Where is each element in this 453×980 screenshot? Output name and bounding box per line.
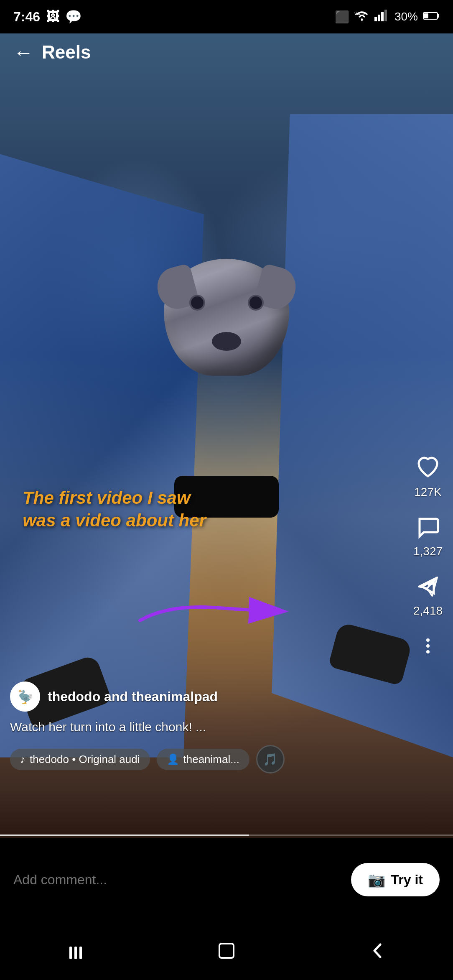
dog-nose [212, 332, 241, 351]
svg-rect-13 [79, 947, 82, 959]
svg-text:VoLTE: VoLTE [354, 12, 366, 16]
progress-fill [0, 835, 249, 836]
svg-rect-14 [219, 944, 234, 958]
svg-rect-2 [378, 15, 380, 21]
svg-rect-1 [374, 17, 377, 21]
music-vinyl[interactable]: 🎵 [256, 745, 285, 773]
svg-rect-11 [69, 947, 72, 959]
progress-bar[interactable] [0, 835, 453, 836]
music-label-2: theanimal... [183, 753, 239, 766]
signal-icon [374, 10, 389, 24]
video-container[interactable]: The first video I saw was a video about … [0, 33, 453, 838]
actions-panel: 127K 1,327 2,418 [413, 453, 443, 661]
more-action[interactable] [413, 631, 443, 661]
avatar-icon: 🦤 [18, 689, 33, 704]
time-display: 7:46 [13, 9, 40, 25]
share-action[interactable]: 2,418 [413, 572, 443, 618]
music-label-1: thedodo • Original audi [30, 753, 140, 766]
like-action[interactable]: 127K [413, 453, 443, 499]
dot-1 [426, 638, 430, 642]
scrubs-left [0, 154, 204, 758]
username[interactable]: thedodo and theanimalpad [48, 689, 218, 704]
status-bar-left: 7:46 🖼 💬 [13, 9, 82, 25]
dog-face [155, 259, 298, 418]
user-row: 🦤 thedodo and theanimalpad [10, 681, 401, 712]
wifi-icon: VoLTE [354, 9, 369, 25]
battery-percent: 30% [394, 10, 418, 23]
share-button[interactable] [413, 572, 443, 602]
status-bar-right: ⬛ VoLTE 30% [335, 9, 440, 25]
caption-overlay: The first video I saw was a video about … [23, 487, 206, 532]
bottom-info: 🦤 thedodo and theanimalpad Watch her tur… [0, 681, 411, 773]
status-bar: 7:46 🖼 💬 ⬛ VoLTE 30% [0, 0, 453, 33]
like-count: 127K [414, 485, 441, 499]
purple-arrow [136, 595, 295, 629]
dog-eye-left [191, 296, 204, 309]
music-row: ♪ thedodo • Original audi 👤 theanimal...… [10, 745, 401, 773]
comment-bar: 📷 Try it [0, 838, 453, 921]
sim-icon: ⬛ [335, 10, 349, 24]
share-count: 2,418 [413, 604, 443, 618]
comment-action[interactable]: 1,327 [413, 512, 443, 558]
comment-count: 1,327 [413, 545, 443, 558]
svg-rect-4 [384, 10, 387, 21]
description: Watch her turn into a little chonk! ... [10, 718, 401, 736]
page-title: Reels [42, 42, 91, 63]
svg-rect-6 [438, 14, 439, 18]
svg-rect-3 [381, 12, 384, 21]
whatsapp-icon: 💬 [65, 9, 82, 25]
back-button[interactable]: ← [13, 41, 33, 64]
try-it-label: Try it [391, 872, 423, 888]
nav-back-button[interactable] [356, 934, 398, 967]
avatar[interactable]: 🦤 [10, 681, 40, 712]
nav-home-button[interactable] [206, 934, 247, 967]
music-note-icon: ♪ [20, 753, 25, 766]
top-nav: ← Reels [0, 33, 453, 71]
dot-3 [426, 650, 430, 653]
dog-head [164, 259, 289, 376]
person-icon: 👤 [167, 753, 179, 765]
bottom-nav [0, 921, 453, 980]
nav-menu-button[interactable] [55, 934, 97, 967]
try-it-button[interactable]: 📷 Try it [351, 863, 440, 896]
svg-rect-7 [424, 13, 428, 18]
dot-2 [426, 644, 430, 648]
more-dots-icon [426, 638, 430, 653]
camera-icon: 📷 [368, 871, 385, 888]
svg-rect-12 [74, 947, 77, 959]
like-button[interactable] [413, 453, 443, 483]
musical-note-icon: 🎵 [263, 753, 277, 766]
music-pill-2[interactable]: 👤 theanimal... [157, 749, 249, 770]
comment-button[interactable] [413, 512, 443, 542]
music-pill-1[interactable]: ♪ thedodo • Original audi [10, 749, 150, 770]
battery-icon [423, 10, 440, 23]
gallery-icon: 🖼 [46, 9, 59, 25]
comment-input[interactable] [13, 872, 341, 888]
caption-text: The first video I saw was a video about … [23, 487, 206, 532]
dog-eye-right [249, 296, 262, 309]
more-button[interactable] [413, 631, 443, 661]
